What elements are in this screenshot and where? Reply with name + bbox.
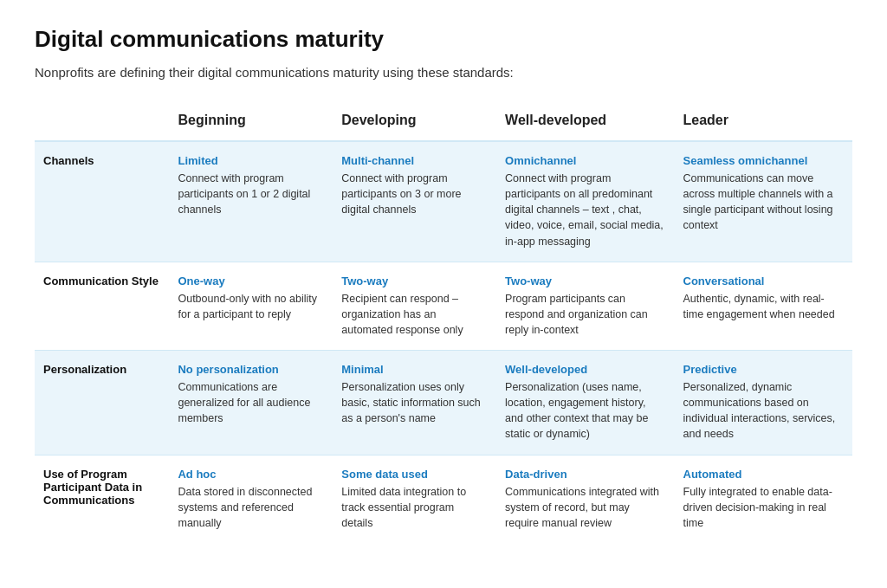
cell-leader: PredictivePersonalized, dynamic communic… (675, 351, 852, 456)
cell-developing: Multi-channelConnect with program partic… (333, 141, 496, 262)
cell-title-beginning: One-way (178, 275, 324, 288)
cell-desc-developing: Recipient can respond – organization has… (341, 293, 463, 336)
row-label: Communication Style (35, 262, 169, 350)
table-row: Use of Program Participant Data in Commu… (35, 455, 852, 543)
cell-beginning: Ad hocData stored in disconnected system… (169, 455, 333, 543)
cell-leader: AutomatedFully integrated to enable data… (675, 455, 852, 543)
cell-desc-leader: Authentic, dynamic, with real-time engag… (683, 293, 835, 320)
table-row: Communication StyleOne-wayOutbound-only … (35, 262, 852, 350)
col-header-developing: Developing (333, 106, 496, 141)
cell-well-developed: Well-developedPersonalization (uses name… (496, 351, 674, 456)
page-title: Digital communications maturity (35, 26, 852, 53)
cell-developing: MinimalPersonalization uses only basic, … (333, 351, 496, 456)
cell-title-developing: Multi-channel (341, 154, 488, 167)
cell-desc-beginning: Connect with program participants on 1 o… (178, 172, 310, 216)
cell-desc-well-developed: Communications integrated with system of… (505, 486, 659, 529)
cell-desc-leader: Communications can move across multiple … (683, 172, 833, 231)
cell-desc-well-developed: Connect with program participants on all… (505, 172, 664, 248)
row-label: Personalization (35, 351, 169, 456)
col-header-empty (35, 106, 169, 141)
cell-beginning: No personalizationCommunications are gen… (169, 351, 333, 456)
cell-title-well-developed: Omnichannel (505, 154, 665, 167)
cell-desc-developing: Personalization uses only basic, static … (341, 381, 481, 424)
cell-title-developing: Minimal (341, 363, 488, 376)
cell-title-leader: Predictive (683, 363, 844, 376)
maturity-table: Beginning Developing Well-developed Lead… (35, 106, 852, 543)
cell-title-leader: Seamless omnichannel (683, 154, 844, 167)
cell-title-beginning: Ad hoc (178, 468, 324, 481)
cell-title-beginning: No personalization (178, 363, 324, 376)
col-header-well-developed: Well-developed (496, 106, 674, 141)
cell-title-leader: Automated (683, 468, 844, 481)
cell-beginning: One-wayOutbound-only with no ability for… (169, 262, 333, 350)
cell-title-well-developed: Two-way (505, 275, 665, 288)
row-label: Use of Program Participant Data in Commu… (35, 455, 169, 543)
cell-desc-well-developed: Program participants can respond and org… (505, 293, 648, 336)
cell-desc-leader: Personalized, dynamic communications bas… (683, 381, 836, 440)
cell-desc-beginning: Communications are generalized for all a… (178, 381, 310, 424)
cell-title-leader: Conversational (683, 275, 844, 288)
cell-desc-leader: Fully integrated to enable data-driven d… (683, 486, 832, 529)
cell-title-developing: Two-way (341, 275, 488, 288)
cell-leader: Seamless omnichannelCommunications can m… (675, 141, 852, 262)
cell-well-developed: Data-drivenCommunications integrated wit… (496, 455, 674, 543)
cell-developing: Two-wayRecipient can respond – organizat… (333, 262, 496, 350)
cell-well-developed: OmnichannelConnect with program particip… (496, 141, 674, 262)
cell-desc-developing: Connect with program participants on 3 o… (341, 172, 461, 216)
cell-title-well-developed: Data-driven (505, 468, 665, 481)
cell-leader: ConversationalAuthentic, dynamic, with r… (675, 262, 852, 350)
cell-desc-developing: Limited data integration to track essent… (341, 486, 466, 529)
cell-desc-beginning: Outbound-only with no ability for a part… (178, 293, 317, 320)
col-header-beginning: Beginning (169, 106, 333, 141)
cell-title-beginning: Limited (178, 154, 324, 167)
cell-well-developed: Two-wayProgram participants can respond … (496, 262, 674, 350)
cell-title-well-developed: Well-developed (505, 363, 665, 376)
cell-beginning: LimitedConnect with program participants… (169, 141, 333, 262)
cell-developing: Some data usedLimited data integration t… (333, 455, 496, 543)
table-row: ChannelsLimitedConnect with program part… (35, 141, 852, 262)
cell-desc-beginning: Data stored in disconnected systems and … (178, 486, 312, 529)
subtitle: Nonprofits are defining their digital co… (35, 65, 852, 80)
cell-title-developing: Some data used (341, 468, 488, 481)
col-header-leader: Leader (675, 106, 852, 141)
table-row: PersonalizationNo personalizationCommuni… (35, 351, 852, 456)
cell-desc-well-developed: Personalization (uses name, location, en… (505, 381, 648, 440)
row-label: Channels (35, 141, 169, 262)
